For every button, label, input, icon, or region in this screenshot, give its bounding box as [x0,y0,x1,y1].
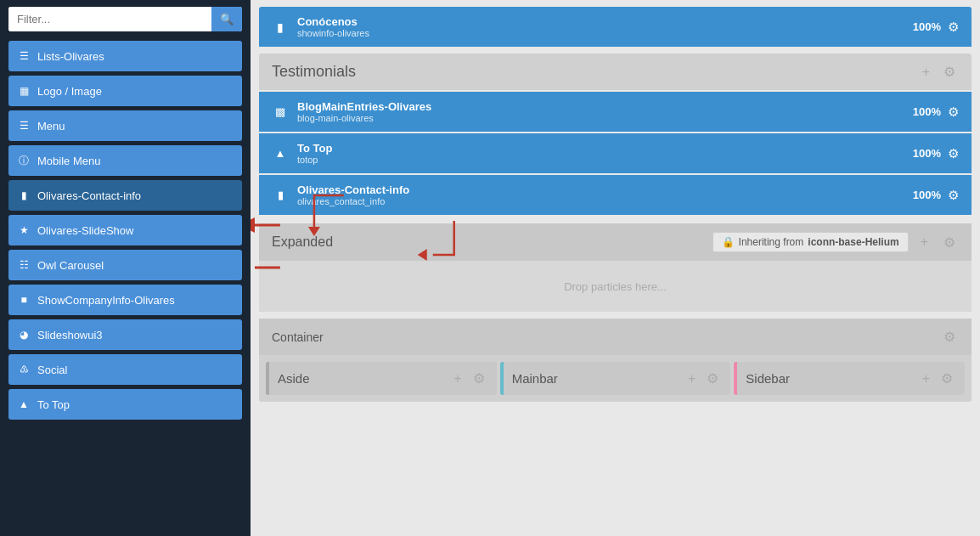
mainbar-actions: + ⚙ [684,369,722,388]
inheriting-theme: iconn-base-Helium [808,236,898,248]
sidebar-col-header: Sidebar + ⚙ [737,362,965,395]
menu-icon: ☰ [17,119,31,133]
conocenos-slug: showinfo-olivares [297,28,913,38]
container-columns: Aside + ⚙ Mainbar + ⚙ [259,355,972,402]
sidebar-item-social[interactable]: ♳ Social [8,354,242,385]
conocenos-gear-icon[interactable]: ⚙ [948,20,959,35]
main-content: ▮ Conócenos showinfo-olivares 100% ⚙ Tes… [251,0,980,536]
blogmain-gear-icon[interactable]: ⚙ [948,104,959,120]
expanded-header-right: 🔒 Inheriting from iconn-base-Helium + ⚙ [712,232,959,252]
widget-row-blogmain: ▩ BlogMainEntries-Olivares blog-main-oli… [259,92,972,132]
sidebar-item-lists-olivares[interactable]: ☰ Lists-Olivares [8,41,242,71]
id-card-icon: ▮ [17,189,31,202]
testimonials-section: Testimonials + ⚙ ▩ BlogMainEntries-Oliva… [259,54,972,217]
conocenos-icon: ▮ [272,19,289,36]
aside-column: Aside + ⚙ [266,362,497,395]
conocenos-info: Conócenos showinfo-olivares [297,15,913,38]
sidebar-col-add-button[interactable]: + [919,370,933,388]
expanded-title: Expanded [272,234,333,250]
info-icon: ⓘ [17,154,31,167]
expanded-section: Expanded 🔒 Inheriting from iconn-base-He… [259,223,972,312]
blogmain-slug: blog-main-olivares [297,113,913,123]
expanded-drop-zone: Drop particles here... [259,261,972,312]
sidebar: 🔍 ☰ Lists-Olivares ▦ Logo / Image ☰ Menu… [0,0,251,536]
sidebar-item-menu[interactable]: ☰ Menu [8,110,242,141]
expanded-add-button[interactable]: + [917,233,932,251]
expanded-header: Expanded 🔒 Inheriting from iconn-base-He… [259,223,972,261]
lock-icon: 🔒 [722,236,735,248]
star-icon: ★ [17,223,31,237]
sidebar-item-olivares-slideshow[interactable]: ★ Olivares-SlideShow [8,215,242,245]
chevron-up-icon: ▲ [17,398,31,411]
totop-percent: 100% [913,147,941,160]
testimonials-header: Testimonials + ⚙ [259,54,972,90]
contact-icon: ▮ [272,187,289,204]
sidebar-item-showcompanyinfo-olivares[interactable]: ■ ShowCompanyInfo-Olivares [8,285,242,315]
sidebar-item-slideshowui3[interactable]: ◕ Slideshowui3 [8,319,242,350]
expanded-gear-button[interactable]: ⚙ [940,233,959,252]
totop-icon: ▲ [272,145,289,162]
aside-gear-button[interactable]: ⚙ [470,369,488,388]
totop-gear-icon[interactable]: ⚙ [948,146,959,161]
mainbar-title: Mainbar [512,371,558,386]
container-title: Container [272,330,324,344]
mainbar-column: Mainbar + ⚙ [500,362,731,395]
testimonials-actions: + ⚙ [919,62,959,82]
aside-add-button[interactable]: + [450,370,465,388]
container-section: Container ⚙ Aside + ⚙ [259,319,972,402]
square-icon: ■ [17,293,31,307]
filter-bar: 🔍 [8,7,242,31]
testimonials-gear-button[interactable]: ⚙ [940,62,959,82]
contact-name: Olivares-Contact-info [297,183,913,196]
circle-icon: ◕ [17,328,31,341]
blogmain-info: BlogMainEntries-Olivares blog-main-oliva… [297,100,913,123]
container-header: Container ⚙ [259,319,972,355]
contact-gear-icon[interactable]: ⚙ [948,188,959,203]
sidebar-item-logo-image[interactable]: ▦ Logo / Image [8,76,242,106]
rss-icon: ▩ [272,104,289,121]
sidebar-item-owl-carousel[interactable]: ☷ Owl Carousel [8,250,242,280]
mainbar-header: Mainbar + ⚙ [504,362,731,395]
aside-title: Aside [278,371,310,386]
contact-info: Olivares-Contact-info olivares_contact_i… [297,183,913,206]
conocenos-name: Conócenos [297,15,913,28]
mainbar-add-button[interactable]: + [684,370,699,388]
conocenos-percent: 100% [913,20,941,33]
mainbar-gear-button[interactable]: ⚙ [703,369,722,388]
list-icon: ☰ [17,49,31,63]
aside-header: Aside + ⚙ [269,362,497,395]
blogmain-actions: 100% ⚙ [913,104,959,120]
sidebar-col-gear-button[interactable]: ⚙ [938,369,956,388]
widget-row-totop: ▲ To Top totop 100% ⚙ [259,133,972,173]
share-icon: ♳ [17,363,31,376]
aside-actions: + ⚙ [450,369,487,388]
conocenos-actions: 100% ⚙ [913,20,959,35]
blogmain-name: BlogMainEntries-Olivares [297,100,913,113]
totop-slug: totop [297,155,913,165]
filter-input[interactable] [8,7,211,31]
filter-search-button[interactable]: 🔍 [211,7,242,31]
contact-actions: 100% ⚙ [913,188,959,203]
blogmain-percent: 100% [913,105,941,118]
sliders-icon: ☷ [17,258,31,272]
totop-actions: 100% ⚙ [913,146,959,161]
testimonials-title: Testimonials [272,63,356,81]
sidebar-column: Sidebar + ⚙ [734,362,965,395]
drop-zone-text: Drop particles here... [564,280,667,293]
sidebar-item-olivares-contact-info[interactable]: ▮ Olivares-Contact-info [8,180,242,211]
image-icon: ▦ [17,84,31,98]
sidebar-col-actions: + ⚙ [919,369,956,388]
container-gear-button[interactable]: ⚙ [940,327,959,347]
testimonials-add-button[interactable]: + [919,63,933,82]
inheriting-text: Inheriting from [739,236,804,248]
sidebar-item-to-top[interactable]: ▲ To Top [8,389,242,420]
main-wrapper: ▮ Conócenos showinfo-olivares 100% ⚙ Tes… [251,0,980,536]
totop-name: To Top [297,142,913,155]
contact-percent: 100% [913,189,941,201]
search-icon: 🔍 [220,13,234,25]
conocenos-bar: ▮ Conócenos showinfo-olivares 100% ⚙ [259,7,972,47]
contact-slug: olivares_contact_info [297,196,913,206]
sidebar-item-mobile-menu[interactable]: ⓘ Mobile Menu [8,145,242,176]
totop-info: To Top totop [297,142,913,165]
inheriting-badge: 🔒 Inheriting from iconn-base-Helium [712,232,909,252]
